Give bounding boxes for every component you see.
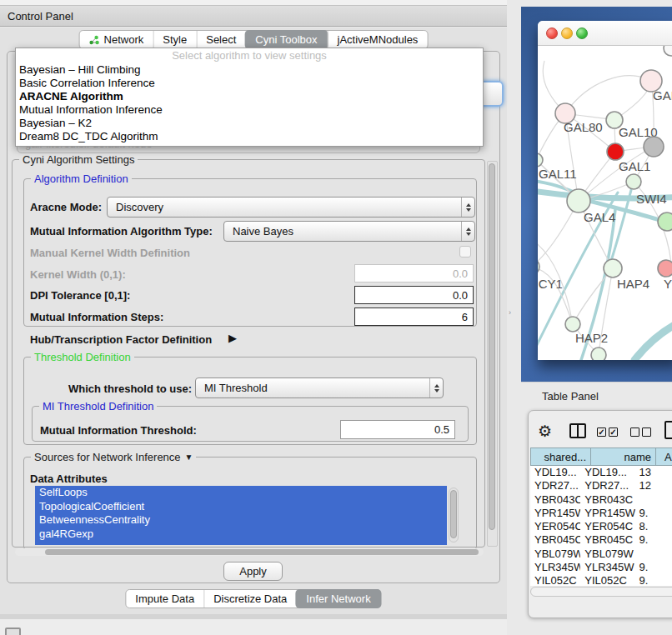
table-row[interactable]: YBR045CYBR045C9. (530, 533, 672, 547)
table-row[interactable]: YLR345WYLR345W9. (530, 561, 672, 574)
kernel-width-label: Kernel Width (0,1): (30, 268, 126, 281)
attribute-item-gal4rgexp[interactable]: gal4RGexp (35, 528, 447, 542)
zoom-window-icon[interactable] (576, 28, 588, 39)
column-header-name[interactable]: name (590, 448, 655, 466)
node-label-pink-node: Y (664, 277, 672, 291)
checked-checkbox-icon[interactable]: ✓ (609, 428, 618, 437)
sources-title: Sources for Network Inference (34, 451, 181, 463)
network-node-bottom-node[interactable] (591, 348, 606, 360)
gear-icon[interactable]: ⚙ (538, 422, 552, 441)
settings-hscrollbar[interactable] (15, 548, 484, 556)
table-row[interactable]: YIL052CYIL052C9. (530, 574, 672, 586)
tab-impute-data[interactable]: Impute Data (126, 590, 203, 608)
mi-type-select[interactable]: Naive Bayes (223, 221, 475, 242)
unchecked-checkbox-icon[interactable] (630, 428, 639, 437)
manual-kernel-checkbox[interactable] (459, 246, 471, 258)
attribute-item-selfloops[interactable]: SelfLoops (35, 486, 447, 500)
network-canvas[interactable]: GAL80GALGAL10GAL1GAL11GAL4SWI4GCY1HAP4YH… (538, 46, 672, 360)
network-node-pink-node[interactable] (658, 260, 672, 277)
node-label-hap2: HAP2 (575, 331, 608, 345)
tab-network[interactable]: Network (80, 31, 153, 48)
table-hscrollbar[interactable] (530, 587, 672, 597)
unchecked-checkbox-icon[interactable] (642, 428, 651, 437)
network-node-gray-node[interactable] (644, 137, 664, 157)
tab-select[interactable]: Select (196, 31, 245, 48)
kernel-width-input[interactable]: 0.0 (354, 264, 474, 282)
dpi-tolerance-input[interactable]: 0.0 (354, 286, 474, 304)
attribute-item-topologicalcoefficient[interactable]: TopologicalCoefficient (35, 500, 447, 514)
which-threshold-select[interactable]: MI Threshold (195, 378, 444, 398)
settings-vscrollbar[interactable] (487, 161, 498, 547)
tab-style[interactable]: Style (153, 31, 196, 48)
mi-threshold-input[interactable]: 0.5 (340, 420, 455, 439)
minimize-window-icon[interactable] (561, 28, 573, 39)
network-window: GAL80GALGAL10GAL1GAL11GAL4SWI4GCY1HAP4YH… (538, 21, 672, 360)
table-cell: 12 (635, 479, 672, 492)
data-attributes-list[interactable]: SelfLoopsTopologicalCoefficientBetweenne… (35, 486, 447, 545)
table-row[interactable]: YBL079WYBL079W (530, 548, 672, 561)
algorithm-option-bayesian-k2[interactable]: Bayesian – K2 (16, 117, 483, 130)
attribute-item-betweennesscentrality[interactable]: BetweennessCentrality (35, 513, 447, 528)
tab-label: Impute Data (135, 592, 194, 605)
corner-widget[interactable] (5, 628, 21, 635)
resize-handle-icon[interactable]: › (509, 309, 513, 316)
table-cell: 9. (635, 533, 672, 547)
node-label-gal4: GAL4 (584, 210, 615, 224)
checked-checkbox-icon[interactable]: ✓ (597, 428, 606, 437)
tab-infer-network[interactable]: Infer Network (295, 589, 381, 608)
tab-label: Infer Network (306, 592, 370, 605)
settings-group-title: Cyni Algorithm Settings (19, 153, 138, 166)
table-cell: YIL052C (530, 574, 580, 586)
algorithm-dropdown-popup: Select algorithm to view settings Bayesi… (15, 48, 484, 147)
close-window-icon[interactable] (546, 28, 558, 39)
network-node-swi4[interactable] (658, 212, 672, 231)
control-panel-titlebar: Control Panel (0, 5, 507, 27)
panel-divider[interactable] (507, 0, 521, 635)
network-node-red-node[interactable] (607, 143, 624, 160)
dpi-tolerance-label: DPI Tolerance [0,1]: (30, 289, 130, 302)
network-node-gal11[interactable] (538, 153, 543, 167)
attributes-scrollbar[interactable] (449, 488, 459, 542)
network-icon (89, 35, 100, 45)
table-cell: YLR345W (580, 561, 634, 574)
column-header-shared-[interactable]: shared... (530, 448, 590, 466)
node-label-hap4: HAP4 (617, 277, 649, 291)
tab-label: Cyni Toolbox (255, 33, 317, 46)
table-cell: YPR145W (580, 507, 634, 520)
tab-discretize-data[interactable]: Discretize Data (203, 590, 296, 608)
table-cell: YBR043C (580, 493, 634, 507)
table-row[interactable]: YBR043CYBR043C (530, 493, 672, 507)
top-tab-bar: NetworkStyleSelectCyni ToolboxjActiveMNo… (79, 30, 429, 49)
tab-cyni-toolbox[interactable]: Cyni Toolbox (244, 30, 328, 49)
network-node-gal4[interactable] (567, 189, 590, 212)
table-row[interactable]: YDR27...YDR27...12 (530, 479, 672, 492)
mi-steps-label: Mutual Information Steps: (30, 311, 163, 323)
table-row[interactable]: YER054CYER054C8. (530, 520, 672, 533)
algorithm-option-basic-correlation-inference[interactable]: Basic Correlation Inference (16, 77, 483, 90)
network-node-proxy-circle[interactable] (664, 46, 672, 56)
stepper-icon (429, 378, 443, 398)
apply-button[interactable]: Apply (223, 562, 283, 581)
column-header-a[interactable]: A (655, 448, 672, 466)
table-row[interactable]: YDL19...YDL19...13 (530, 466, 672, 479)
algorithm-option-dream8-dc-tdc-algorithm[interactable]: Dream8 DC_TDC Algorithm (16, 130, 483, 143)
mi-steps-input[interactable]: 6 (354, 308, 474, 326)
algorithm-option-aracne-algorithm[interactable]: ARACNE Algorithm (16, 90, 483, 103)
table-cell: 9. (635, 561, 672, 574)
algorithm-option-bayesian-hill-climbing[interactable]: Bayesian – Hill Climbing (16, 63, 483, 77)
algorithm-option-mutual-information-inference[interactable]: Mutual Information Inference (16, 103, 483, 117)
expand-arrow-icon[interactable]: ▶ (228, 332, 237, 344)
tab-label: Discretize Data (213, 592, 287, 605)
network-node-gal1[interactable] (626, 174, 641, 189)
tab-jactivemnodules[interactable]: jActiveMNodules (328, 31, 428, 48)
collapse-arrow-icon[interactable]: ▼ (185, 452, 193, 462)
mi-threshold-label: Mutual Information Threshold: (40, 424, 197, 437)
columns-icon[interactable] (569, 423, 586, 438)
table-cell: YBR045C (530, 533, 580, 547)
page-icon[interactable] (664, 421, 672, 439)
table-cell: YIL052C (580, 574, 634, 586)
aracne-mode-select[interactable]: Discovery (107, 197, 475, 218)
table-row[interactable]: YPR145WYPR145W9. (530, 507, 672, 520)
network-node-hap2[interactable] (565, 317, 580, 332)
network-node-hap4[interactable] (604, 259, 622, 278)
